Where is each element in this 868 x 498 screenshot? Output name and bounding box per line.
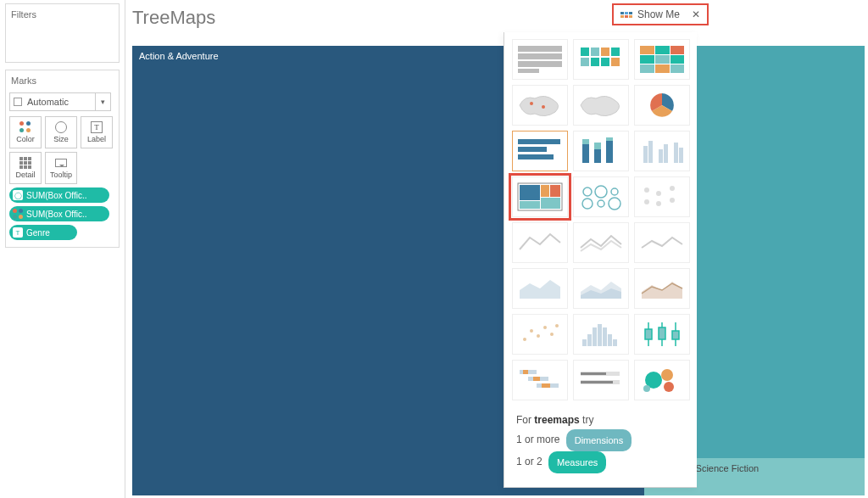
mark-type-dropdown[interactable]: Automatic ▾ [9,92,111,111]
marks-title: Marks [9,74,115,91]
viz-area-continuous[interactable] [512,268,568,309]
viz-side-by-side-circle[interactable] [634,176,690,217]
svg-rect-27 [582,139,589,144]
show-me-panel: For treemaps try 1 or more Dimensions 1 … [504,32,697,488]
viz-line-continuous[interactable] [512,222,568,263]
tooltip-button[interactable]: Tooltip [45,152,77,184]
svg-rect-20 [670,64,684,73]
viz-bullet[interactable] [573,360,629,400]
viz-packed-bubbles[interactable] [634,360,690,400]
svg-point-52 [656,191,661,196]
hint-text: For [516,414,534,426]
svg-rect-82 [581,372,606,375]
svg-rect-23 [518,139,560,144]
svg-rect-41 [541,185,549,197]
svg-rect-11 [611,58,620,66]
svg-rect-30 [606,141,613,163]
chevron-down-icon: ▾ [95,93,110,110]
viz-horizontal-bar[interactable] [512,131,568,171]
circle-icon [55,121,67,133]
svg-point-22 [542,105,545,109]
pill-label-genre[interactable]: T Genre [9,225,77,240]
svg-rect-9 [591,58,599,66]
svg-rect-12 [640,46,654,54]
viz-filled-map[interactable] [573,85,629,126]
viz-side-by-side-bar[interactable] [634,131,690,171]
svg-rect-43 [541,198,560,209]
svg-rect-24 [518,147,547,152]
viz-symbol-map[interactable] [512,85,568,126]
svg-rect-25 [518,154,554,159]
svg-point-21 [530,102,533,105]
svg-rect-13 [655,46,670,54]
svg-rect-19 [655,64,670,73]
viz-circle-views[interactable] [573,176,629,217]
svg-rect-64 [593,327,597,346]
pill-label: Genre [26,228,50,238]
filters-panel: Filters [5,3,120,63]
mark-btn-label: Color [16,135,35,143]
svg-rect-14 [670,46,684,54]
viz-text-table[interactable] [512,39,568,80]
svg-rect-26 [582,144,589,163]
page-title: TreeMaps [132,0,868,39]
svg-rect-4 [581,48,589,56]
show-me-button[interactable]: Show Me ✕ [612,3,709,25]
viz-area-discrete[interactable] [573,268,629,309]
svg-rect-74 [672,331,679,339]
svg-point-51 [644,199,649,204]
svg-rect-84 [581,381,613,383]
svg-rect-3 [518,69,539,73]
svg-rect-67 [608,334,612,346]
svg-rect-6 [601,48,609,56]
viz-pie[interactable] [634,85,690,126]
text-icon: T [13,227,23,238]
svg-point-55 [670,198,675,203]
svg-rect-32 [643,146,648,163]
color-button[interactable]: Color [9,116,42,148]
viz-scatter[interactable] [512,314,568,355]
close-icon[interactable]: ✕ [692,8,700,20]
viz-treemap[interactable] [512,176,568,217]
treemap-chart: Action & Adventure Animation Fantasy & S… [132,46,865,495]
show-me-label: Show Me [637,8,680,20]
svg-rect-0 [518,46,562,52]
viz-highlight-table[interactable] [634,39,690,80]
svg-point-54 [670,186,675,191]
pill-color[interactable]: SUM(Box Offic.. [9,206,109,221]
svg-rect-80 [542,383,550,388]
pill-size[interactable]: ◯ SUM(Box Offic.. [9,187,109,203]
svg-point-60 [550,333,554,336]
svg-point-57 [530,329,533,333]
label-button[interactable]: T Label [81,116,113,148]
svg-point-48 [598,200,604,207]
svg-rect-36 [674,143,678,163]
viz-dual-line[interactable] [634,222,690,263]
square-icon [14,98,22,106]
viz-stacked-bar[interactable] [573,131,629,171]
svg-rect-79 [533,377,540,381]
svg-point-87 [664,382,674,392]
svg-rect-40 [520,201,540,209]
mark-btn-label: Size [53,135,69,143]
viz-dual-combination[interactable] [634,268,690,309]
detail-button[interactable]: Detail [9,152,42,184]
svg-rect-31 [606,137,613,141]
sidebar: Filters Marks Automatic ▾ Color Size T [0,0,125,498]
svg-rect-78 [523,370,528,374]
viz-heat-map[interactable] [573,39,629,80]
viz-gantt[interactable] [512,360,568,400]
viz-box-and-whisker[interactable] [634,314,690,355]
hint-text: 1 or more [516,434,559,445]
viz-line-discrete[interactable] [573,222,629,263]
svg-point-61 [555,324,559,327]
svg-rect-7 [611,48,620,56]
show-me-hint: For treemaps try 1 or more Dimensions 1 … [504,407,697,477]
svg-rect-1 [518,53,562,59]
svg-rect-15 [640,55,654,64]
measures-chip: Measures [548,451,606,473]
svg-rect-72 [659,327,665,339]
size-button[interactable]: Size [45,116,77,148]
viz-histogram[interactable] [573,314,629,355]
svg-point-88 [643,385,650,392]
